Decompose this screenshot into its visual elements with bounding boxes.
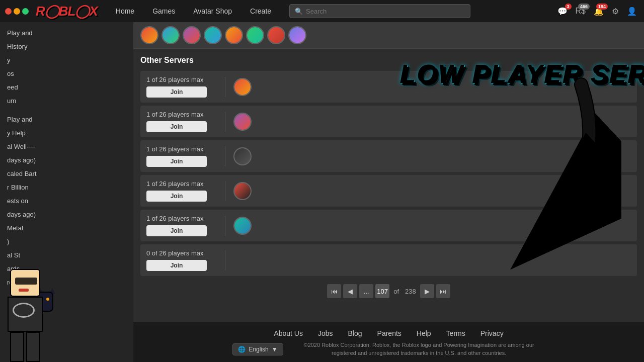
left-sidebar: Play and History y os eed um Play and y …: [0, 22, 133, 362]
sp-img-3: [234, 148, 251, 164]
join-button-4[interactable]: Join: [146, 191, 207, 202]
server-row-4: 1 of 26 players max Join: [140, 175, 637, 207]
divider-6: [225, 250, 225, 270]
footer-parents[interactable]: Parents: [377, 329, 401, 337]
page-first-btn[interactable]: ⏮: [327, 284, 341, 298]
player-avatar-1: [140, 26, 158, 44]
join-button-6[interactable]: Join: [146, 260, 207, 271]
sidebar-item-8[interactable]: days ago): [0, 208, 133, 221]
player-avatar-6: [246, 26, 264, 44]
footer-blog[interactable]: Blog: [348, 329, 362, 337]
sidebar-item-4[interactable]: days ago): [0, 153, 133, 167]
page-ellipsis-btn[interactable]: ...: [359, 284, 373, 298]
players-text-4: 1 of 26 players max: [146, 180, 217, 188]
server-player-4: [233, 182, 252, 200]
sidebar-item-friends[interactable]: os: [0, 67, 133, 80]
join-button-5[interactable]: Join: [146, 225, 207, 236]
player-avatar-7: [267, 26, 285, 44]
server-avatars-2: [233, 113, 631, 131]
sidebar-item-5[interactable]: caled Bart: [0, 167, 133, 180]
sidebar-item-history[interactable]: History: [0, 40, 133, 53]
char-leg-right: [26, 332, 40, 362]
nav-games[interactable]: Games: [143, 0, 184, 22]
divider-3: [225, 146, 225, 166]
sidebar-item-following[interactable]: y: [0, 53, 133, 67]
sp-img-5: [234, 218, 251, 234]
robux-button[interactable]: R$ 466: [574, 5, 588, 18]
page-next-btn[interactable]: ▶: [420, 284, 434, 298]
footer-terms[interactable]: Terms: [446, 329, 465, 337]
server-info-4: 1 of 26 players max Join: [146, 180, 217, 202]
avatar-img-8: [289, 27, 305, 43]
window-controls: [5, 8, 29, 15]
sidebar-item-premium[interactable]: um: [0, 94, 133, 108]
search-input[interactable]: [306, 8, 465, 15]
nav-icons: 💬 3 R$ 466 🔔 194 ⚙ 👤: [555, 5, 639, 18]
sidebar-item-7[interactable]: ests on: [0, 194, 133, 208]
sidebar-item-metal[interactable]: Metal: [0, 221, 133, 235]
nav-links: Home Games Avatar Shop Create: [107, 0, 280, 22]
globe-icon: 🌐: [238, 346, 246, 353]
window-close-btn[interactable]: [5, 8, 12, 15]
sidebar-item-6[interactable]: r Billion: [0, 180, 133, 194]
server-row-2: 1 of 26 players max Join: [140, 106, 637, 137]
server-row-3: 1 of 26 players max Join: [140, 140, 637, 172]
avatar-img-5: [226, 27, 242, 43]
footer-privacy[interactable]: Privacy: [480, 329, 504, 337]
nav-create[interactable]: Create: [241, 0, 280, 22]
players-text-3: 1 of 26 players max: [146, 145, 217, 153]
server-row-6: 0 of 26 players max Join: [140, 244, 637, 276]
account-button[interactable]: 👤: [625, 5, 639, 18]
sidebar-item-9[interactable]: ): [0, 235, 133, 248]
players-text-2: 1 of 26 players max: [146, 111, 217, 118]
settings-button[interactable]: ⚙: [610, 5, 621, 18]
top-nav: R◯BL◯X Home Games Avatar Shop Create 🔍 💬…: [0, 0, 644, 22]
chat-button[interactable]: 💬 3: [555, 5, 570, 18]
avatar-img-2: [163, 27, 179, 43]
sidebar-item-1[interactable]: Play and: [0, 113, 133, 126]
avatar-img-4: [205, 27, 221, 43]
join-button-3[interactable]: Join: [146, 156, 207, 167]
server-row-1: 1 of 26 players max Join: [140, 71, 637, 103]
page-current-btn[interactable]: 107: [375, 284, 389, 298]
footer-help[interactable]: Help: [417, 329, 431, 337]
server-player-1: [233, 78, 252, 96]
sidebar-item-feed[interactable]: eed: [0, 80, 133, 94]
char-legs: [5, 332, 45, 362]
avatar-img-7: [268, 27, 284, 43]
window-min-btn[interactable]: [14, 8, 20, 15]
notifications-button[interactable]: 🔔 194: [592, 5, 606, 18]
nav-home[interactable]: Home: [107, 0, 143, 22]
footer-about-us[interactable]: About Us: [274, 329, 303, 337]
language-selector[interactable]: 🌐 English ▼: [232, 343, 283, 355]
char-head: [10, 269, 40, 297]
notifications-badge: 194: [596, 4, 608, 10]
avatar-img-3: [184, 27, 200, 43]
servers-section: Other Servers 1 of 26 players max Join 1…: [133, 49, 644, 322]
sidebar-item-3[interactable]: al Well-—: [0, 140, 133, 153]
server-player-2: [233, 113, 252, 131]
server-avatars-3: [233, 147, 631, 165]
divider-5: [225, 216, 225, 236]
sidebar-item-play-earn[interactable]: Play and: [0, 26, 133, 40]
server-avatars-4: [233, 182, 631, 200]
page-prev-btn[interactable]: ◀: [343, 284, 357, 298]
avatar-img-6: [247, 27, 263, 43]
footer-bottom: 🌐 English ▼ ©2020 Roblox Corporation. Ro…: [133, 341, 644, 357]
search-bar[interactable]: 🔍: [289, 4, 470, 18]
player-avatar-4: [204, 26, 222, 44]
divider-2: [225, 112, 225, 132]
join-button-2[interactable]: Join: [146, 121, 207, 132]
sidebar-item-al-st[interactable]: al St: [0, 248, 133, 262]
footer-jobs[interactable]: Jobs: [318, 329, 333, 337]
character-illustration: [5, 269, 45, 362]
window-max-btn[interactable]: [22, 8, 29, 15]
join-button-1[interactable]: Join: [146, 86, 207, 98]
server-row-5: 1 of 26 players max Join: [140, 210, 637, 241]
sidebar-item-2[interactable]: y Help: [0, 126, 133, 140]
server-avatars-1: [233, 78, 631, 96]
page-last-btn[interactable]: ⏭: [436, 284, 450, 298]
nav-avatar-shop[interactable]: Avatar Shop: [184, 0, 241, 22]
server-info-5: 1 of 26 players max Join: [146, 215, 217, 236]
player-avatar-2: [162, 26, 180, 44]
